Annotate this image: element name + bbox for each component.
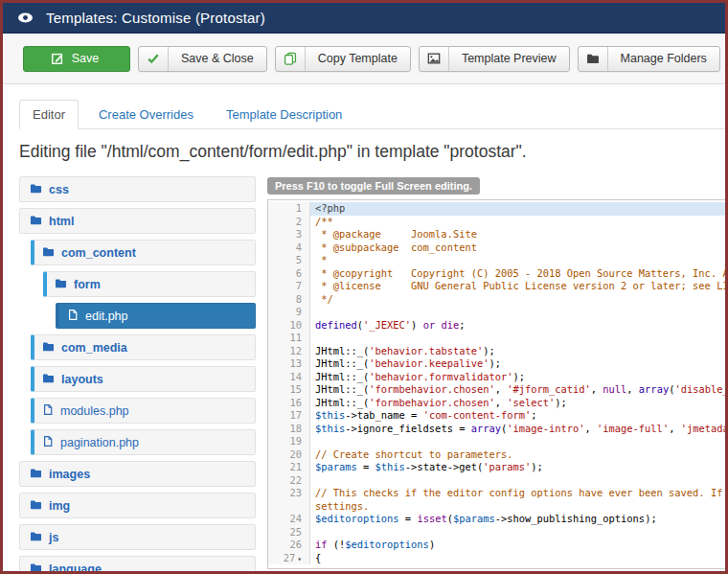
code-line: 27▾{ [268, 552, 725, 565]
copy-template-button[interactable]: Copy Template [275, 46, 411, 72]
code-line: 1<?php [268, 202, 725, 216]
tree-item-label: modules.php [60, 404, 129, 418]
line-number: 16 [268, 397, 310, 410]
preview-eye-icon [17, 10, 34, 26]
tree-item-js[interactable]: js [19, 524, 256, 550]
code-line: 6 * @copyright Copyright (C) 2005 - 2018… [268, 267, 725, 281]
line-number: 27▾ [268, 552, 310, 565]
code-text: $editoroptions = isset($params->show_pub… [310, 513, 725, 526]
line-number: 22 [268, 474, 310, 488]
line-number: 17 [268, 409, 310, 423]
tree-item-edit-php[interactable]: edit.php [56, 303, 256, 329]
save-close-button-label: Save & Close [169, 47, 266, 71]
line-number [268, 500, 310, 514]
line-number: 26 [268, 539, 310, 552]
tree-item-img[interactable]: img [19, 493, 256, 518]
tree-item-label: pagination.php [60, 436, 139, 449]
code-line: 7 * @license GNU General Public License … [268, 280, 725, 293]
code-line: 22 [268, 474, 725, 488]
tree-item-label: edit.php [85, 310, 127, 323]
line-number: 25 [268, 526, 310, 540]
code-text: * @license GNU General Public License ve… [310, 280, 725, 293]
tree-item-css[interactable]: css [19, 176, 256, 202]
tree-item-form[interactable]: form [43, 271, 256, 297]
code-line: 12JHtml::_('behavior.tabstate'); [268, 345, 725, 358]
tree-item-com-content[interactable]: com_content [31, 240, 256, 265]
code-line: 23// This checks if the editor config op… [268, 487, 725, 500]
folder-icon [42, 340, 55, 356]
code-text: if (!$editoroptions) [310, 539, 725, 552]
image-icon [420, 47, 449, 71]
folder-icon [30, 467, 42, 482]
code-text: settings. [310, 500, 725, 514]
copy-icon [276, 47, 306, 71]
file-icon [67, 309, 79, 324]
tree-item-label: layouts [61, 373, 103, 386]
folder-icon [42, 372, 55, 387]
tree-item-pagination-php[interactable]: pagination.php [31, 429, 256, 455]
tree-item-layouts[interactable]: layouts [31, 366, 256, 392]
code-editor[interactable]: 1<?php2/**3 * @package Joomla.Site4 * @s… [267, 199, 725, 569]
code-text: // Create shortcut to parameters. [310, 448, 725, 462]
tab-editor[interactable]: Editor [19, 100, 79, 129]
copy-template-button-label: Copy Template [306, 47, 410, 71]
code-line: 16JHtml::_('formbehavior.chosen', 'selec… [268, 397, 725, 410]
main-content: csshtmlcom_contentformedit.phpcom_medial… [19, 176, 725, 574]
check-icon [139, 47, 169, 71]
page-header: Templates: Customise (Protostar) [3, 3, 725, 34]
line-number: 10 [268, 319, 310, 333]
tree-item-label: images [49, 468, 90, 481]
code-line: 25 [268, 526, 725, 540]
code-text: { [310, 552, 725, 565]
line-number: 6 [268, 267, 310, 281]
code-text: // This checks if the editor config opti… [310, 487, 725, 500]
code-line: 17$this->tab_name = 'com-content-form'; [268, 409, 725, 423]
code-line: 24$editoroptions = isset($params->show_p… [268, 513, 725, 526]
code-line: 4 * @subpackage com_content [268, 241, 725, 255]
tree-item-label: com_content [61, 246, 136, 260]
tree-item-com-media[interactable]: com_media [31, 334, 256, 360]
code-line: 9 [268, 306, 725, 319]
template-customise-window: Templates: Customise (Protostar) Save Sa… [0, 0, 728, 574]
code-line: 2/** [268, 216, 725, 229]
code-line: 13JHtml::_('behavior.keepalive'); [268, 357, 725, 371]
tab-template-description[interactable]: Template Description [214, 101, 354, 128]
tree-item-language[interactable]: language [19, 556, 256, 574]
template-preview-button-label: Template Preview [449, 47, 569, 71]
line-number: 24 [268, 513, 310, 526]
manage-folders-button-label: Manage Folders [608, 47, 719, 71]
code-text [310, 306, 725, 319]
code-text: JHtml::_('behavior.keepalive'); [310, 357, 725, 371]
line-number: 18 [268, 423, 310, 436]
toolbar: Save Save & Close Copy Template [3, 34, 725, 84]
tree-item-modules-php[interactable]: modules.php [31, 398, 256, 424]
fold-marker-icon[interactable]: ▾ [297, 555, 302, 563]
line-number: 19 [268, 435, 310, 448]
line-number: 4 [268, 241, 310, 255]
tree-item-images[interactable]: images [19, 461, 256, 487]
tree-item-html[interactable]: html [19, 208, 256, 234]
code-line: 3 * @package Joomla.Site [268, 228, 725, 241]
template-preview-button[interactable]: Template Preview [419, 46, 570, 72]
code-line: 15JHtml::_('formbehavior.chosen', '#jfor… [268, 383, 725, 397]
code-text: <?php [310, 202, 725, 216]
tree-item-label: form [74, 278, 101, 291]
line-number: 1 [268, 202, 310, 216]
save-button[interactable]: Save [23, 46, 130, 72]
tree-item-label: com_media [61, 341, 127, 355]
file-tree: csshtmlcom_contentformedit.phpcom_medial… [19, 176, 256, 574]
manage-folders-button[interactable]: Manage Folders [578, 46, 720, 72]
folder-icon [30, 498, 42, 514]
line-number: 14 [268, 371, 310, 384]
code-line: settings. [268, 500, 725, 514]
line-number: 8 [268, 293, 310, 307]
save-button-label: Save [68, 47, 103, 71]
save-close-button[interactable]: Save & Close [138, 46, 267, 72]
page-title: Templates: Customise (Protostar) [46, 10, 265, 26]
code-text [310, 435, 725, 448]
tree-item-label: css [49, 183, 69, 196]
tab-create-overrides[interactable]: Create Overrides [86, 101, 206, 128]
code-line: 10defined('_JEXEC') or die; [268, 319, 725, 333]
line-number: 11 [268, 332, 310, 345]
line-number: 5 [268, 254, 310, 267]
